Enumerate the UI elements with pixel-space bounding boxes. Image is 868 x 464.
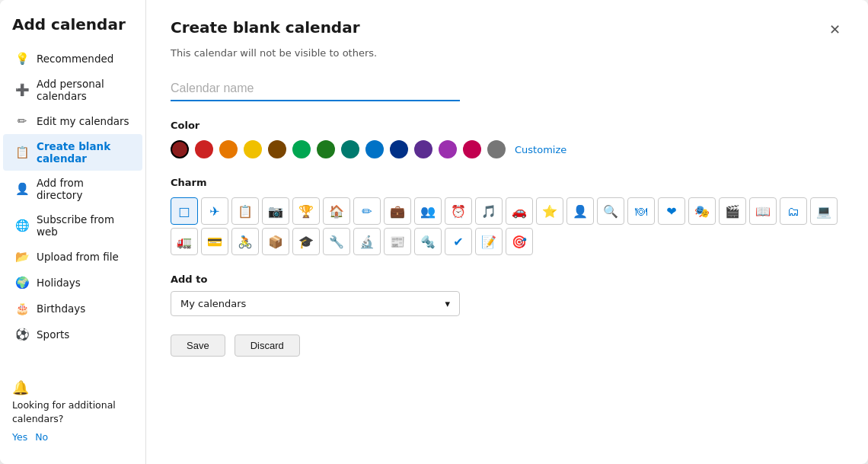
no-link[interactable]: No	[35, 431, 48, 443]
sidebar-icon-subscribe-web: 🌐	[15, 219, 29, 232]
color-section-label: Color	[171, 120, 844, 131]
color-row: Customize	[171, 140, 844, 158]
save-button[interactable]: Save	[171, 334, 225, 357]
dropdown-value: My calendars	[180, 298, 246, 309]
sidebar-label-recommended: Recommended	[37, 53, 113, 65]
charm-item-33[interactable]: 🎯	[506, 228, 533, 255]
color-dot-9[interactable]	[390, 140, 408, 158]
charm-item-18[interactable]: 🎬	[719, 197, 746, 225]
sidebar-label-sports: Sports	[37, 328, 69, 341]
color-dot-6[interactable]	[317, 140, 335, 158]
charm-item-23[interactable]: 💳	[201, 228, 228, 255]
calendar-name-input[interactable]	[171, 77, 460, 101]
charm-grid: □✈📋📷🏆🏠✏💼👥⏰🎵🚗⭐👤🔍🍽❤🎭🎬📖🗂💻🚛💳🚴📦🎓🔧🔬📰🔩✔📝🎯	[171, 197, 844, 255]
modal-container: Add calendar 💡Recommended➕Add personal c…	[0, 0, 868, 464]
sidebar-footer-text: Looking for additional calendars?	[12, 398, 133, 425]
sidebar-icon-sports: ⚽	[15, 328, 29, 341]
color-dot-10[interactable]	[414, 140, 432, 158]
charm-item-22[interactable]: 🚛	[171, 228, 198, 255]
main-content: Create blank calendar ✕ This calendar wi…	[146, 0, 868, 464]
charm-item-3[interactable]: 📷	[262, 197, 289, 225]
charm-item-14[interactable]: 🔍	[597, 197, 624, 225]
charm-item-0[interactable]: □	[171, 197, 198, 225]
sidebar-item-birthdays[interactable]: 🎂Birthdays	[3, 296, 142, 322]
color-dot-11[interactable]	[439, 140, 457, 158]
sidebar-item-upload-file[interactable]: 📂Upload from file	[3, 244, 142, 270]
color-dot-1[interactable]	[195, 140, 213, 158]
charm-item-2[interactable]: 📋	[231, 197, 259, 225]
sidebar-item-holidays[interactable]: 🌍Holidays	[3, 270, 142, 296]
color-dot-7[interactable]	[341, 140, 359, 158]
charm-item-13[interactable]: 👤	[566, 197, 594, 225]
sidebar-icon-upload-file: 📂	[15, 250, 29, 264]
charm-item-1[interactable]: ✈	[201, 197, 228, 225]
charm-item-7[interactable]: 💼	[384, 197, 411, 225]
color-dot-3[interactable]	[244, 140, 262, 158]
sidebar-icon-add-personal: ➕	[15, 83, 29, 97]
charm-item-6[interactable]: ✏	[353, 197, 381, 225]
sidebar-label-upload-file: Upload from file	[37, 251, 119, 263]
charm-item-24[interactable]: 🚴	[231, 228, 259, 255]
charm-item-10[interactable]: 🎵	[475, 197, 503, 225]
charm-item-32[interactable]: 📝	[475, 228, 503, 255]
charm-item-31[interactable]: ✔	[445, 228, 472, 255]
color-dot-8[interactable]	[365, 140, 384, 158]
button-row: Save Discard	[171, 334, 844, 357]
close-button[interactable]: ✕	[826, 18, 844, 41]
add-to-dropdown[interactable]: My calendars ▾	[171, 291, 460, 316]
sidebar-item-recommended[interactable]: 💡Recommended	[3, 46, 142, 72]
sidebar-label-add-directory: Add from directory	[37, 177, 130, 201]
charm-item-26[interactable]: 🎓	[292, 228, 320, 255]
charm-item-27[interactable]: 🔧	[323, 228, 350, 255]
sidebar-item-edit-calendars[interactable]: ✏️Edit my calendars	[3, 108, 142, 134]
dropdown-arrow-icon: ▾	[445, 298, 450, 309]
color-dot-13[interactable]	[487, 140, 506, 158]
subtitle-text: This calendar will not be visible to oth…	[171, 47, 844, 59]
customize-link[interactable]: Customize	[515, 144, 566, 155]
charm-item-16[interactable]: ❤	[658, 197, 685, 225]
charm-item-21[interactable]: 💻	[810, 197, 838, 225]
sidebar: Add calendar 💡Recommended➕Add personal c…	[0, 0, 146, 464]
charm-item-17[interactable]: 🎭	[688, 197, 716, 225]
sidebar-icon-add-directory: 👤	[15, 182, 29, 196]
charm-item-28[interactable]: 🔬	[353, 228, 381, 255]
sidebar-label-create-blank: Create blank calendar	[37, 140, 130, 165]
notification-icon: 🔔	[12, 379, 133, 395]
page-title: Create blank calendar	[171, 18, 360, 37]
color-dot-5[interactable]	[292, 140, 311, 158]
color-dot-2[interactable]	[219, 140, 238, 158]
yes-link[interactable]: Yes	[12, 431, 27, 443]
color-dot-12[interactable]	[463, 140, 481, 158]
sidebar-item-add-directory[interactable]: 👤Add from directory	[3, 171, 142, 207]
sidebar-item-subscribe-web[interactable]: 🌐Subscribe from web	[3, 207, 142, 244]
sidebar-item-add-personal[interactable]: ➕Add personal calendars	[3, 72, 142, 108]
sidebar-label-edit-calendars: Edit my calendars	[37, 115, 129, 127]
charm-item-5[interactable]: 🏠	[323, 197, 350, 225]
color-dot-4[interactable]	[268, 140, 286, 158]
sidebar-icon-recommended: 💡	[15, 52, 29, 66]
charm-item-25[interactable]: 📦	[262, 228, 289, 255]
charm-item-20[interactable]: 🗂	[780, 197, 807, 225]
charm-item-30[interactable]: 🔩	[414, 228, 442, 255]
charm-item-12[interactable]: ⭐	[536, 197, 563, 225]
sidebar-icon-create-blank: 📋	[15, 146, 29, 159]
charm-section-label: Charm	[171, 177, 844, 188]
charm-item-8[interactable]: 👥	[414, 197, 442, 225]
sidebar-label-holidays: Holidays	[37, 277, 81, 289]
charm-item-29[interactable]: 📰	[384, 228, 411, 255]
charm-item-19[interactable]: 📖	[749, 197, 777, 225]
sidebar-label-add-personal: Add personal calendars	[37, 78, 130, 102]
main-header: Create blank calendar ✕	[171, 18, 844, 41]
color-dot-0[interactable]	[171, 140, 189, 158]
sidebar-item-create-blank[interactable]: 📋Create blank calendar	[3, 134, 142, 171]
charm-item-15[interactable]: 🍽	[627, 197, 655, 225]
charm-item-9[interactable]: ⏰	[445, 197, 472, 225]
add-to-label: Add to	[171, 274, 844, 285]
charm-item-11[interactable]: 🚗	[506, 197, 533, 225]
sidebar-footer-links: Yes No	[12, 431, 133, 443]
sidebar-icon-edit-calendars: ✏️	[15, 114, 29, 128]
charm-item-4[interactable]: 🏆	[292, 197, 320, 225]
discard-button[interactable]: Discard	[235, 334, 300, 357]
sidebar-item-sports[interactable]: ⚽Sports	[3, 322, 142, 347]
sidebar-footer: 🔔 Looking for additional calendars? Yes …	[0, 370, 145, 452]
